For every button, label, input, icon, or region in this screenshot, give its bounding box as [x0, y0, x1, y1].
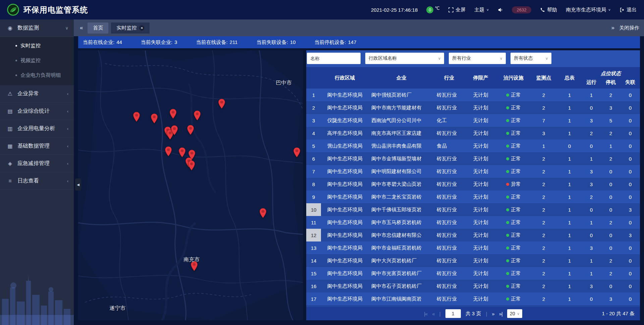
sidebar-subitem[interactable]: 视频监控	[0, 53, 74, 68]
sidebar-item-6[interactable]: ≡ 日志查看 ‹	[0, 172, 74, 190]
map-pin-icon[interactable]	[218, 99, 225, 109]
industry-select[interactable]: 所有行业∨	[449, 53, 506, 64]
status-dot-icon	[506, 145, 509, 148]
cell-production-limit: 无计划	[464, 178, 497, 191]
region-select[interactable]: 行政区域名称∨	[365, 53, 444, 64]
table-row[interactable]: 3 仪陇生态环境局 西南油气田分公司川中 化工 无计划 正常 7 1 3 5 0	[306, 114, 640, 127]
logout-button[interactable]: 退出	[620, 7, 637, 13]
last-page-icon[interactable]: »|	[499, 311, 502, 317]
cell-monitor-points: 7	[530, 114, 557, 127]
table-row[interactable]: 8 阆中生态环境局 阆中市枣碧大梁山页岩 砖瓦行业 无计划 异常 2 1 3 0…	[306, 178, 640, 191]
table-row[interactable]: 11 阆中生态环境局 阆中市五马桥页岩机砖 砖瓦行业 无计划 正常 2 1 1 …	[306, 216, 640, 229]
sidebar-item-0[interactable]: ◉ 数据监测 ∨	[0, 19, 74, 37]
tabs-scroll-right-icon[interactable]: »	[610, 24, 616, 31]
cell-running: 3	[582, 178, 601, 191]
map-pin-icon[interactable]	[178, 147, 186, 158]
chevron-left-icon: ‹	[67, 109, 68, 114]
map-pin-icon[interactable]	[293, 147, 301, 158]
cell-offline: 0	[621, 178, 640, 191]
sidebar-subitem[interactable]: 企业电力负荷明细	[0, 68, 74, 83]
sidebar-item-label: 基础数据管理	[17, 143, 63, 150]
table-row[interactable]: 7 阆中生态环境局 阆中明阳建材有限公司 砖瓦行业 无计划 正常 2 1 3 0…	[306, 165, 640, 178]
tab-首页[interactable]: 首页	[88, 22, 108, 34]
cell-monitor-points: 2	[530, 280, 557, 292]
cell-pollution-control: 正常	[497, 292, 530, 305]
table-row[interactable]: 1 阆中生态环境局 阆中强锐页岩砖厂 砖瓦行业 无计划 正常 2 1 1 2 0	[306, 89, 640, 101]
map-canvas[interactable]: ◀	[78, 50, 303, 320]
sidebar-item-5[interactable]: ◈ 应急减排管理 ‹	[0, 155, 74, 172]
map-pin-icon[interactable]	[187, 125, 194, 135]
table-row[interactable]: 17 阆中生态环境局 阆中市江南镇阆南页岩 砖瓦行业 无计划 正常 2 1 0 …	[306, 292, 640, 305]
cell-total-meter: 1	[557, 292, 582, 305]
sidebar-item-3[interactable]: ▥ 企业用电量分析 ‹	[0, 120, 74, 138]
page-size-select[interactable]: 20∨	[507, 309, 522, 318]
name-search-input[interactable]	[307, 53, 361, 64]
organization-dropdown[interactable]: 南充市生态环境局∨	[566, 7, 611, 13]
table-row[interactable]: 14 阆中生态环境局 阆中大兴页岩机砖厂 砖瓦行业 无计划 正常 2 1 1 2…	[306, 254, 640, 267]
cell-company: 阆中市光富页岩机砖厂	[369, 267, 434, 280]
status-select[interactable]: 所有状态∨	[511, 53, 551, 64]
table-row[interactable]: 9 阆中生态环境局 阆中市二龙长宝页岩砖 砖瓦行业 无计划 正常 2 1 2 0…	[306, 191, 640, 203]
sidebar-item-4[interactable]: ▦ 基础数据管理 ‹	[0, 138, 74, 155]
map-pin-icon[interactable]	[171, 125, 178, 136]
map-pin-icon[interactable]	[169, 109, 177, 119]
table-row[interactable]: 15 阆中生态环境局 阆中市光富页岩机砖厂 砖瓦行业 无计划 正常 2 1 1 …	[306, 267, 640, 280]
status-dot-icon	[506, 208, 509, 211]
sidebar-item-label: 数据监测	[17, 24, 61, 32]
map-pin-icon[interactable]	[151, 113, 158, 124]
stat-label: 当前在线设备:	[196, 39, 227, 46]
close-operations-button[interactable]: 关闭操作	[619, 25, 639, 31]
cell-production-limit: 无计划	[464, 127, 497, 140]
prev-page-icon[interactable]: «	[432, 311, 434, 317]
cell-pollution-control: 正常	[497, 280, 530, 292]
sidebar-item-2[interactable]: ▤ 企业综合统计 ‹	[0, 103, 74, 120]
sidebar-item-1[interactable]: ⚠ 企业异常 ‹	[0, 85, 74, 103]
col-stopped: 停机	[601, 78, 621, 88]
map-collapse-button[interactable]: ◀	[75, 178, 81, 191]
sidebar-subitem-label: 视频监控	[20, 57, 41, 64]
tabs-scroll-left-icon[interactable]: «	[78, 24, 84, 31]
cell-stopped: 0	[601, 191, 621, 203]
cell-stopped: 2	[601, 127, 621, 140]
table-row[interactable]: 10 阆中生态环境局 阆中千佛镇五郎垭页岩 砖瓦行业 无计划 正常 2 1 0 …	[306, 203, 640, 216]
table-row[interactable]: 13 阆中生态环境局 阆中市金福旺页岩机砖 砖瓦行业 无计划 正常 2 1 3 …	[306, 241, 640, 254]
cell-monitor-points: 2	[530, 89, 557, 101]
row-index: 3	[306, 114, 321, 127]
cell-total-meter: 0	[557, 140, 582, 152]
tab-实时监控[interactable]: 实时监控 ✕	[111, 22, 150, 34]
cell-running: 2	[582, 127, 601, 140]
sidebar-subitem[interactable]: 实时监控	[0, 38, 74, 53]
map-pin-icon[interactable]	[133, 112, 140, 122]
fullscreen-button[interactable]: 全屏	[448, 7, 466, 13]
table-row[interactable]: 4 高坪生态环境局 南充市高坪区王家店建 砖瓦行业 无计划 正常 3 1 2 2…	[306, 127, 640, 140]
table-row[interactable]: 16 阆中生态环境局 阆中市石子页岩机砖厂 砖瓦行业 无计划 正常 2 1 3 …	[306, 280, 640, 292]
cell-running: 0	[582, 292, 601, 305]
cell-company: 南充市高坪区王家店建	[369, 127, 434, 140]
row-index: 11	[306, 216, 321, 229]
table-row[interactable]: 2 阆中生态环境局 阆中市南方节能建材有 砖瓦行业 无计划 正常 2 1 0 3…	[306, 101, 640, 114]
announcement-button[interactable]	[498, 7, 503, 12]
table-row[interactable]: 6 阆中生态环境局 阆中市金博瑞新型墙材 砖瓦行业 无计划 正常 2 1 1 2…	[306, 152, 640, 165]
table-row[interactable]: 5 营山生态环境局 营山县润丰肉食品有限 食品 无计划 正常 1 0 0 1 0	[306, 140, 640, 152]
status-dot-icon	[506, 94, 509, 97]
cell-region: 阆中生态环境局	[321, 280, 369, 292]
theme-dropdown[interactable]: 主题∨	[474, 7, 489, 13]
page-number-input[interactable]	[445, 309, 461, 318]
map-pin-icon[interactable]	[188, 160, 195, 171]
table-row[interactable]: 12 阆中生态环境局 阆中市忠信建材有限公 砖瓦行业 无计划 正常 2 1 0 …	[306, 229, 640, 241]
cell-offline: 0	[621, 241, 640, 254]
cell-industry: 砖瓦行业	[434, 152, 464, 165]
notification-badge[interactable]: 2632	[512, 6, 531, 13]
chevron-down-icon: ∨	[500, 56, 502, 61]
next-page-icon[interactable]: »	[492, 311, 494, 317]
map-pin-icon[interactable]	[194, 110, 201, 121]
help-button[interactable]: 帮助	[540, 7, 557, 13]
cell-running: 1	[582, 254, 601, 267]
cell-monitor-points: 2	[530, 101, 557, 114]
tab-close-icon[interactable]: ✕	[139, 25, 144, 31]
first-page-icon[interactable]: |«	[424, 311, 427, 317]
chevron-left-icon: ‹	[67, 178, 68, 183]
cell-running: 0	[582, 101, 601, 114]
map-pin-icon[interactable]	[165, 146, 172, 157]
map-pin-icon[interactable]	[259, 208, 267, 218]
